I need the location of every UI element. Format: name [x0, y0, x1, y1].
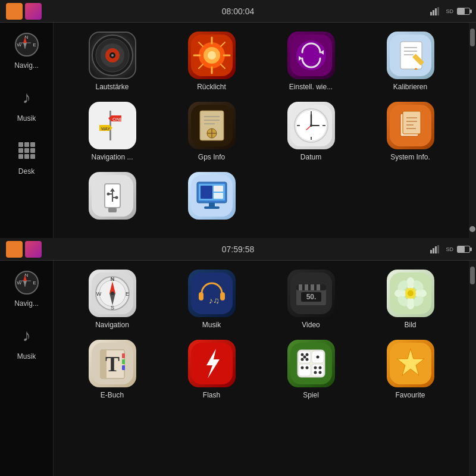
svg-point-153	[318, 367, 321, 369]
svg-rect-111	[299, 284, 302, 290]
svg-point-128	[408, 290, 414, 296]
app-icon-navigation2: N S W E	[89, 270, 136, 317]
battery-top	[457, 8, 470, 15]
app-computer[interactable]	[162, 169, 261, 226]
svg-rect-71	[108, 208, 117, 212]
svg-text:T: T	[105, 352, 119, 376]
app-label-datum: Datum	[300, 153, 321, 161]
app-kalibrieren[interactable]: Kalibrieren	[361, 29, 460, 94]
app-navigation[interactable]: ONE WAY Navigation ...	[62, 99, 162, 164]
music-icon-bottom: ♪	[14, 322, 40, 349]
app-ebuch[interactable]: T E-Buch	[62, 337, 162, 402]
app-navigation2[interactable]: N S W E Navigation	[62, 267, 162, 332]
app-einstell[interactable]: Einstell. wie...	[261, 29, 361, 94]
app-label-gpsinfo: Gps Info	[198, 153, 225, 161]
top-scrollbar[interactable]	[469, 23, 476, 238]
tile-pink-top[interactable]	[25, 3, 42, 20]
tile-orange-bottom[interactable]	[6, 241, 23, 258]
svg-rect-31	[400, 42, 422, 69]
bottom-content: N E W Navig... ♪	[0, 261, 476, 476]
sidebar-label-musik-bottom: Musik	[17, 352, 36, 361]
svg-point-147	[316, 356, 319, 359]
app-bild[interactable]: Bild	[361, 267, 460, 332]
app-label-ebuch: E-Buch	[101, 391, 124, 399]
svg-point-141	[300, 353, 303, 356]
app-label-bild: Bild	[404, 321, 416, 329]
sidebar-item-musik-bottom[interactable]: ♪ Musik	[11, 320, 43, 364]
app-label-lautstarke: Lautstärke	[95, 83, 129, 91]
bottom-app-grid: N S W E Navigation	[54, 261, 469, 476]
compass-icon-bottom: N E W	[14, 270, 40, 296]
svg-point-27	[296, 40, 326, 70]
bottom-scrollbar[interactable]	[469, 261, 476, 476]
app-favourite[interactable]: Favourite	[361, 337, 460, 402]
app-gpsinfo[interactable]: Gps Info	[162, 99, 261, 164]
svg-point-17	[208, 51, 216, 60]
top-clock: 08:00:04	[222, 7, 255, 16]
sidebar-label-navig-bottom: Navig...	[14, 299, 39, 308]
app-icon-datum	[287, 102, 335, 149]
sidebar-item-navig-bottom[interactable]: N E W Navig...	[11, 267, 43, 311]
app-label-einstell: Einstell. wie...	[289, 83, 333, 91]
svg-point-61	[310, 124, 312, 127]
app-datum[interactable]: Datum	[261, 99, 361, 164]
app-label-navigation2: Navigation	[95, 321, 129, 329]
sidebar-label-navig-top: Navig...	[14, 61, 39, 70]
app-rucklicht[interactable]: Rücklicht	[162, 29, 261, 94]
app-lautstarke[interactable]: Lautstärke	[62, 29, 162, 94]
svg-rect-135	[122, 365, 125, 370]
svg-rect-81	[201, 186, 212, 199]
svg-rect-134	[122, 359, 125, 364]
svg-text:50.: 50.	[306, 293, 316, 301]
tile-orange-top[interactable]	[6, 3, 23, 20]
svg-rect-114	[317, 284, 320, 290]
app-label-rucklicht: Rücklicht	[197, 83, 226, 91]
app-sysinfo[interactable]: System Info.	[361, 99, 460, 164]
app-icon-flash	[188, 340, 236, 387]
top-scroll-thumb	[470, 29, 475, 46]
svg-point-152	[314, 367, 317, 369]
app-icon-navigation: ONE WAY	[89, 102, 136, 149]
svg-point-75	[107, 193, 109, 196]
desk-icon-top	[14, 137, 40, 164]
svg-rect-112	[305, 284, 308, 290]
app-usb[interactable]	[62, 169, 162, 226]
svg-point-150	[305, 367, 308, 369]
app-musik2[interactable]: ♪♫ Musik	[162, 267, 261, 332]
app-icon-computer	[188, 172, 236, 220]
app-label-navigation: Navigation ...	[91, 153, 133, 161]
sidebar-item-navig-top[interactable]: N E W Navig...	[11, 29, 43, 73]
svg-point-76	[115, 196, 118, 199]
svg-point-13	[111, 54, 114, 57]
sidebar-label-desk-top: Desk	[18, 167, 35, 176]
sidebar-item-desk-top[interactable]: Desk	[11, 134, 43, 178]
top-screen: 08:00:04 SD	[0, 0, 476, 238]
svg-rect-151	[312, 364, 324, 376]
app-icon-bild	[387, 270, 434, 317]
signal-icon-bottom	[430, 245, 442, 253]
app-icon-gpsinfo	[188, 102, 236, 149]
app-label-musik2: Musik	[202, 321, 221, 329]
svg-text:W: W	[96, 291, 101, 297]
svg-rect-37	[92, 105, 133, 146]
svg-rect-85	[204, 206, 220, 209]
app-spiel[interactable]: Spiel	[261, 337, 361, 402]
svg-rect-83	[214, 193, 223, 199]
svg-point-154	[314, 371, 317, 374]
app-icon-sysinfo	[387, 102, 434, 149]
svg-text:E: E	[125, 291, 129, 297]
app-label-sysinfo: System Info.	[390, 153, 430, 161]
app-flash[interactable]: Flash	[162, 337, 261, 402]
sidebar-item-musik-top[interactable]: ♪ Musik	[11, 82, 43, 126]
app-icon-video: 50.	[287, 270, 335, 317]
app-label-video: Video	[302, 321, 320, 329]
app-video[interactable]: 50. Video	[261, 267, 361, 332]
svg-rect-133	[122, 353, 125, 358]
svg-point-155	[318, 371, 321, 374]
signal-icon-top	[430, 7, 442, 15]
bottom-scroll-thumb	[470, 267, 475, 284]
tile-pink-bottom[interactable]	[25, 241, 42, 258]
app-icon-usb	[89, 172, 136, 220]
compass-icon-top: N E W	[14, 32, 40, 58]
svg-point-142	[305, 353, 308, 356]
